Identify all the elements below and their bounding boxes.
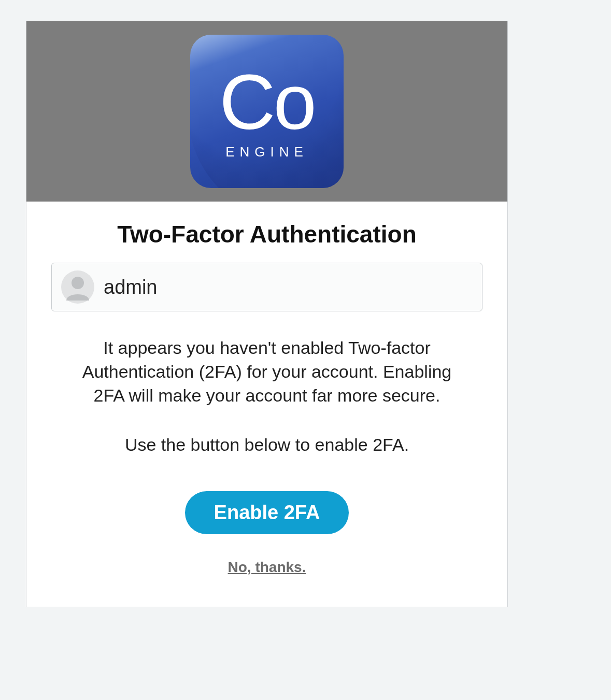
page-title: Two-Factor Authentication (51, 220, 482, 248)
user-box: admin (51, 263, 482, 311)
avatar-icon (61, 270, 94, 304)
username: admin (104, 276, 158, 298)
card-header: Co ENGINE (26, 21, 507, 202)
svg-point-1 (72, 277, 84, 289)
card-body: Two-Factor Authentication admin It appea… (26, 202, 507, 607)
description-text: It appears you haven't enabled Two-facto… (80, 336, 453, 408)
app-logo: Co ENGINE (190, 35, 344, 188)
auth-card: Co ENGINE Two-Factor Authentication admi… (26, 21, 508, 607)
logo-subtext: ENGINE (225, 144, 308, 160)
enable-2fa-button[interactable]: Enable 2FA (185, 491, 349, 534)
instruction-text: Use the button below to enable 2FA. (51, 435, 482, 455)
logo-symbol: Co (219, 63, 315, 141)
decline-link[interactable]: No, thanks. (228, 559, 306, 576)
